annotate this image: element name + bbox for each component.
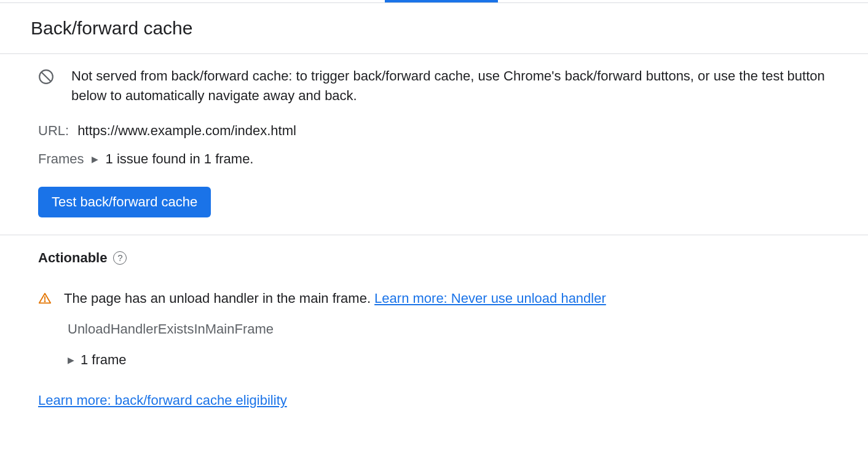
- issue-message: The page has an unload handler in the ma…: [64, 291, 374, 306]
- issue-code: UnloadHandlerExistsInMainFrame: [68, 321, 830, 337]
- bfcache-eligibility-link[interactable]: Learn more: back/forward cache eligibili…: [38, 393, 287, 408]
- active-tab-indicator: [0, 0, 868, 2]
- disclosure-triangle-icon[interactable]: ▶: [68, 355, 74, 365]
- frames-label: Frames: [38, 151, 84, 167]
- frames-row: Frames ▶ 1 issue found in 1 frame.: [38, 151, 830, 167]
- cache-status-row: Not served from back/forward cache: to t…: [38, 66, 830, 106]
- page-title: Back/forward cache: [31, 18, 837, 39]
- blocked-icon: [38, 66, 54, 85]
- url-label: URL:: [38, 123, 69, 139]
- issue-row: The page has an unload handler in the ma…: [38, 291, 830, 307]
- url-row: URL: https://www.example.com/index.html: [38, 123, 830, 139]
- frame-count-text: 1 frame: [81, 352, 127, 368]
- svg-point-3: [44, 301, 45, 302]
- warning-icon: [38, 291, 52, 305]
- disclosure-triangle-icon[interactable]: ▶: [92, 154, 98, 164]
- issue-learn-more-link[interactable]: Learn more: Never use unload handler: [374, 291, 606, 306]
- cache-status-message: Not served from back/forward cache: to t…: [71, 66, 830, 106]
- issue-text: The page has an unload handler in the ma…: [64, 291, 606, 307]
- url-value: https://www.example.com/index.html: [77, 123, 296, 139]
- actionable-heading: Actionable ?: [38, 250, 830, 266]
- panel-header: Back/forward cache: [0, 3, 868, 54]
- svg-line-1: [41, 72, 50, 81]
- help-icon[interactable]: ?: [113, 251, 127, 265]
- test-bfcache-button[interactable]: Test back/forward cache: [38, 187, 211, 217]
- frames-summary: 1 issue found in 1 frame.: [106, 151, 254, 167]
- frame-disclosure-row: ▶ 1 frame: [68, 352, 830, 368]
- actionable-heading-text: Actionable: [38, 250, 107, 266]
